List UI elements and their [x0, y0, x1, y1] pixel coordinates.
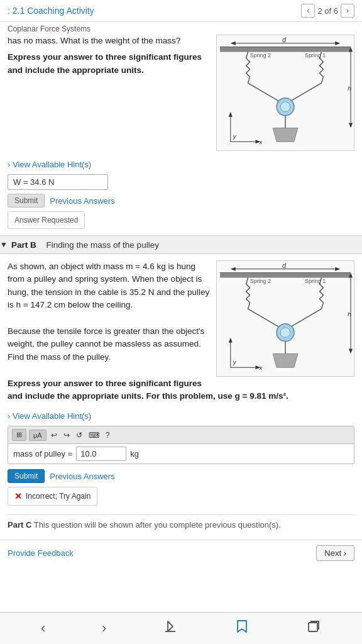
svg-line-8 — [248, 83, 283, 103]
part-a-submit-button[interactable]: Submit — [8, 194, 45, 208]
svg-text:d: d — [282, 262, 287, 269]
share-icon[interactable] — [163, 619, 178, 638]
part-b-hint-link[interactable]: › View Available Hint(s) — [8, 411, 354, 421]
part-a-hint-link[interactable]: › View Available Hint(s) — [8, 160, 354, 169]
refresh-icon[interactable]: ↺ — [74, 431, 84, 440]
part-a-content: d Spring 2 Spring 1 — [8, 35, 354, 156]
svg-text:h: h — [348, 85, 351, 92]
part-b-actions: Submit Previous Answers — [8, 469, 354, 483]
part-b-description: Finding the mass of the pulley — [47, 240, 159, 250]
svg-point-35 — [280, 328, 290, 338]
page-navigation[interactable]: ‹ 2 of 6 › — [301, 4, 354, 18]
svg-text:h: h — [348, 311, 351, 318]
grid-button[interactable]: ⊞ — [12, 429, 26, 441]
svg-text:x: x — [258, 138, 263, 145]
svg-marker-19 — [229, 112, 233, 117]
svg-text:Spring 1: Spring 1 — [305, 53, 326, 59]
part-c-text: This question will be shown after you co… — [34, 520, 281, 530]
browser-nav-bar: ‹ › — [0, 612, 362, 644]
part-b-instruction: Express your answer to three significant… — [8, 377, 354, 403]
eq-input-row: mass of pulley = kg — [8, 444, 354, 464]
provide-feedback-link[interactable]: Provide Feedback — [8, 548, 74, 558]
equation-toolbar: ⊞ μA ↩ ↪ ↺ ⌨ ? — [8, 426, 354, 444]
svg-text:Spring 2: Spring 2 — [250, 279, 271, 285]
part-b-diagram: d Spring 2 Spring 1 — [216, 260, 354, 377]
svg-marker-16 — [349, 123, 353, 128]
part-a-answer-input[interactable] — [8, 174, 108, 190]
keyboard-icon[interactable]: ⌨ — [87, 431, 101, 440]
part-a-actions: Submit Previous Answers — [8, 194, 354, 208]
svg-marker-28 — [335, 267, 340, 271]
svg-marker-27 — [231, 267, 236, 271]
svg-text:x: x — [258, 364, 263, 371]
part-b-submit-button[interactable]: Submit — [8, 469, 45, 483]
page-footer: Provide Feedback Next › — [0, 540, 362, 566]
svg-text:Spring 2: Spring 2 — [250, 53, 271, 59]
svg-marker-37 — [273, 353, 298, 367]
tabs-icon[interactable] — [306, 619, 321, 638]
part-b-text-diagram: d Spring 2 Spring 1 — [8, 260, 354, 408]
svg-text:y: y — [233, 358, 237, 365]
page-title: : 2.1 Coaching Activity — [8, 6, 94, 16]
svg-text:d: d — [282, 36, 287, 43]
svg-rect-0 — [220, 47, 351, 52]
svg-rect-24 — [220, 273, 351, 278]
bookmark-icon[interactable] — [234, 619, 250, 638]
svg-text:Spring 1: Spring 1 — [305, 279, 326, 285]
part-b-section: d Spring 2 Spring 1 — [0, 260, 362, 512]
forward-button[interactable]: › — [102, 620, 106, 636]
prev-page-button[interactable]: ‹ — [301, 4, 315, 18]
part-b-label: Part B — [11, 240, 36, 250]
subtitle: Coplanar Force Systems — [0, 22, 362, 35]
part-b-separator: ▼ Part B Finding the mass of the pulley — [0, 235, 362, 254]
incorrect-label: Incorrect; Try Again — [26, 492, 90, 501]
part-a-prev-answers-link[interactable]: Previous Answers — [50, 196, 114, 206]
svg-rect-49 — [309, 623, 317, 631]
svg-marker-3 — [231, 42, 236, 45]
part-a-diagram: d Spring 2 Spring 1 — [216, 35, 354, 151]
back-button[interactable]: ‹ — [41, 620, 45, 636]
part-c-row: Part C This question will be shown after… — [8, 514, 354, 535]
svg-line-9 — [287, 83, 322, 103]
part-c-label: Part C — [8, 520, 31, 530]
part-b-prev-answers-link[interactable]: Previous Answers — [50, 472, 114, 481]
part-b-answer-input[interactable] — [76, 447, 126, 461]
next-button[interactable]: Next › — [316, 545, 354, 561]
svg-marker-43 — [229, 338, 233, 343]
part-b-arrow[interactable]: ▼ — [0, 240, 8, 249]
part-c-section: Part C This question will be shown after… — [0, 514, 362, 535]
part-b-dash — [40, 240, 43, 250]
part-a-section: d Spring 2 Spring 1 — [0, 35, 362, 235]
part-b-eq-container: ⊞ μA ↩ ↪ ↺ ⌨ ? mass of pulley = kg — [8, 426, 354, 464]
answer-requested-box: Answer Requested — [8, 211, 85, 229]
svg-line-32 — [248, 309, 283, 329]
svg-marker-40 — [349, 349, 353, 354]
part-a-answer-row — [8, 174, 354, 190]
redo-icon[interactable]: ↪ — [62, 431, 72, 440]
help-icon[interactable]: ? — [104, 431, 112, 440]
eq-label: mass of pulley = — [13, 449, 72, 458]
svg-line-33 — [287, 309, 322, 329]
incorrect-box: ✕ Incorrect; Try Again — [8, 487, 97, 506]
mu-button[interactable]: μA — [29, 430, 47, 441]
svg-text:y: y — [233, 133, 237, 140]
svg-marker-4 — [335, 42, 340, 45]
x-icon: ✕ — [14, 491, 22, 501]
page-info: 2 of 6 — [317, 6, 338, 16]
eq-unit: kg — [130, 449, 139, 458]
top-bar: : 2.1 Coaching Activity ‹ 2 of 6 › — [0, 0, 362, 22]
undo-icon[interactable]: ↩ — [49, 431, 59, 440]
next-page-button[interactable]: › — [341, 4, 354, 18]
svg-point-11 — [280, 102, 290, 112]
svg-marker-13 — [273, 128, 298, 142]
